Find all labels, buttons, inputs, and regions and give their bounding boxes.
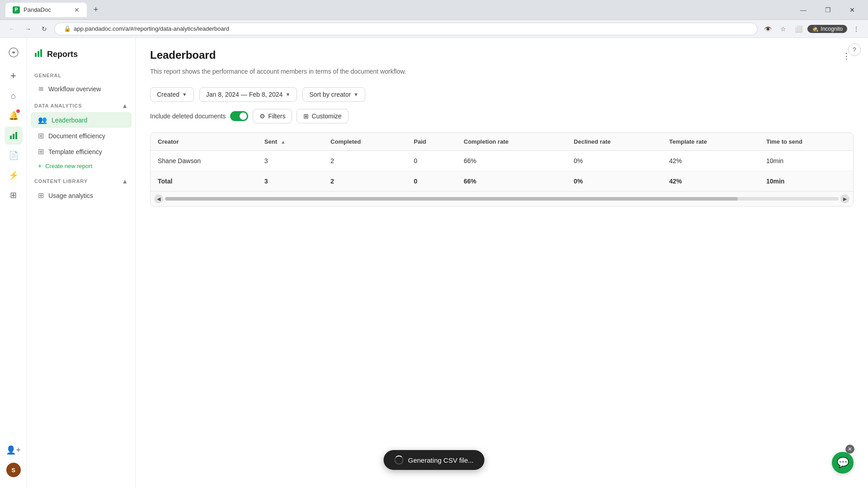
general-section-label: GENERAL (27, 67, 135, 81)
tab-close-btn[interactable]: ✕ (74, 6, 80, 14)
user-avatar[interactable]: S (6, 463, 21, 477)
sidebar-icon-home[interactable]: ⌂ (5, 87, 23, 105)
table-row: Shane Dawson 3 2 0 66% 0% 42% 10min (151, 151, 853, 171)
reports-icon (34, 49, 43, 60)
usage-analytics-icon: ⊞ (38, 191, 44, 200)
nav-item-leaderboard[interactable]: 👥 Leaderboard (31, 112, 132, 128)
date-range-chevron: ▼ (285, 92, 290, 97)
th-declined-rate: Declined rate (566, 133, 662, 151)
tab-favicon: P (13, 6, 20, 14)
new-tab-button[interactable]: + (90, 4, 102, 16)
nav-item-template-efficiency[interactable]: ⊞ Template efficiency (31, 144, 132, 160)
table-total-row: Total 3 2 0 66% 0% 42% 10min (151, 171, 853, 192)
scroll-right-arrow[interactable]: ▶ (840, 194, 849, 203)
data-analytics-section-header[interactable]: DATA ANALYTICS ▲ (27, 97, 135, 112)
nav-label-workflow: Workflow overview (48, 85, 101, 93)
nav-create-report[interactable]: + Create new report (31, 160, 132, 172)
td-template-rate: 42% (662, 151, 759, 171)
td-paid: 0 (406, 151, 456, 171)
date-range-filter-btn[interactable]: Jan 8, 2024 — Feb 8, 2024 ▼ (199, 87, 297, 102)
content-library-section-header[interactable]: CONTENT LIBRARY ▲ (27, 172, 135, 188)
include-deleted-toggle[interactable] (230, 111, 248, 121)
chat-button[interactable]: 💬 (832, 452, 854, 474)
th-time-to-send: Time to send (759, 133, 853, 151)
app-layout: + ⌂ 🔔 📄 ⚡ ⊞ 👤+ S (0, 38, 868, 488)
refresh-button[interactable]: ↻ (38, 23, 51, 35)
reports-header: Reports (27, 45, 135, 67)
toggle-row: Include deleted documents ⚙ Filters ⊞ Cu… (150, 109, 854, 123)
horizontal-scrollbar-track[interactable] (165, 197, 839, 201)
sidebar-icon-grid[interactable]: ⊞ (5, 186, 23, 204)
address-bar[interactable]: 🔒 app.pandadoc.com/a/#/reporting/data-an… (54, 23, 758, 35)
svg-rect-1 (10, 136, 12, 139)
workflow-icon: ≋ (38, 84, 44, 93)
svg-rect-2 (13, 134, 14, 139)
td-total-sent: 3 (257, 171, 323, 192)
sidebar-icon-logo[interactable] (5, 43, 23, 61)
td-completion-rate: 66% (457, 151, 566, 171)
td-declined-rate: 0% (566, 151, 662, 171)
horizontal-scrollbar-thumb (165, 197, 738, 201)
minimize-button[interactable]: — (793, 3, 814, 17)
help-button[interactable]: ? (848, 43, 861, 56)
restore-button[interactable]: ❐ (817, 3, 838, 17)
td-creator: Shane Dawson (151, 151, 257, 171)
back-button[interactable]: ← (5, 23, 18, 35)
sidebar-icon-activity[interactable]: 🔔 (5, 107, 23, 125)
sort-chevron: ▼ (354, 92, 359, 97)
th-sent[interactable]: Sent ▲ (257, 133, 323, 151)
nav-item-document-efficiency[interactable]: ⊞ Document efficiency (31, 128, 132, 144)
close-button[interactable]: ✕ (842, 3, 863, 17)
sort-by-creator-btn[interactable]: Sort by creator ▼ (302, 87, 365, 102)
sent-sort-icon: ▲ (281, 139, 286, 145)
sidebar-icon-reports[interactable] (5, 127, 23, 145)
incognito-badge: 🕵 Incognito (807, 25, 847, 33)
th-creator: Creator (151, 133, 257, 151)
table-body: Shane Dawson 3 2 0 66% 0% 42% 10min Tota… (151, 151, 853, 192)
sidebar-icon-lightning[interactable]: ⚡ (5, 166, 23, 184)
date-range-label: Jan 8, 2024 — Feb 8, 2024 (206, 91, 283, 98)
td-total-declined-rate: 0% (566, 171, 662, 192)
svg-rect-5 (38, 51, 39, 57)
td-total-label: Total (151, 171, 257, 192)
td-time-to-send: 10min (759, 151, 853, 171)
sort-label: Sort by creator (309, 91, 351, 98)
tab-title: PandaDoc (24, 6, 51, 13)
filters-btn-label: Filters (268, 113, 285, 120)
icon-sidebar: + ⌂ 🔔 📄 ⚡ ⊞ 👤+ S (0, 38, 27, 488)
customize-btn-label: Customize (311, 113, 341, 120)
created-filter-btn[interactable]: Created ▼ (150, 87, 194, 102)
content-library-chevron: ▲ (122, 178, 128, 185)
filters-btn[interactable]: ⚙ Filters (253, 109, 292, 123)
template-efficiency-icon: ⊞ (38, 147, 44, 156)
bookmark-icon[interactable]: ☆ (777, 23, 789, 35)
create-report-plus-icon: + (38, 162, 42, 169)
nav-item-workflow-overview[interactable]: ≋ Workflow overview (31, 81, 132, 97)
nav-sidebar: Reports GENERAL ≋ Workflow overview DATA… (27, 38, 136, 488)
th-paid: Paid (406, 133, 456, 151)
scroll-left-arrow[interactable]: ◀ (154, 194, 163, 203)
td-total-completion-rate: 66% (457, 171, 566, 192)
browser-tab-bar: P PandaDoc ✕ + (5, 3, 789, 17)
eye-slash-icon[interactable]: 👁️ (761, 23, 774, 35)
incognito-label: Incognito (821, 26, 843, 32)
sidebar-icon-add[interactable]: + (5, 67, 23, 85)
split-view-icon[interactable]: ⬜ (792, 23, 805, 35)
sidebar-icon-user-add[interactable]: 👤+ (5, 441, 23, 459)
td-total-template-rate: 42% (662, 171, 759, 192)
table-header: Creator Sent ▲ Completed Paid Completion… (151, 133, 853, 151)
extensions-icon[interactable]: ⋮ (850, 23, 863, 35)
sidebar-icon-document[interactable]: 📄 (5, 146, 23, 164)
created-filter-label: Created (157, 91, 179, 98)
browser-tab[interactable]: P PandaDoc ✕ (5, 3, 87, 17)
th-template-rate: Template rate (662, 133, 759, 151)
main-area: Reports GENERAL ≋ Workflow overview DATA… (27, 38, 868, 488)
table-header-row: Creator Sent ▲ Completed Paid Completion… (151, 133, 853, 151)
td-total-completed: 2 (323, 171, 406, 192)
th-completion-rate: Completion rate (457, 133, 566, 151)
svg-rect-6 (40, 49, 42, 57)
forward-button[interactable]: → (22, 23, 34, 35)
leaderboard-icon: 👥 (38, 116, 47, 124)
nav-item-usage-analytics[interactable]: ⊞ Usage analytics (31, 188, 132, 203)
customize-btn[interactable]: ⊞ Customize (297, 109, 348, 123)
